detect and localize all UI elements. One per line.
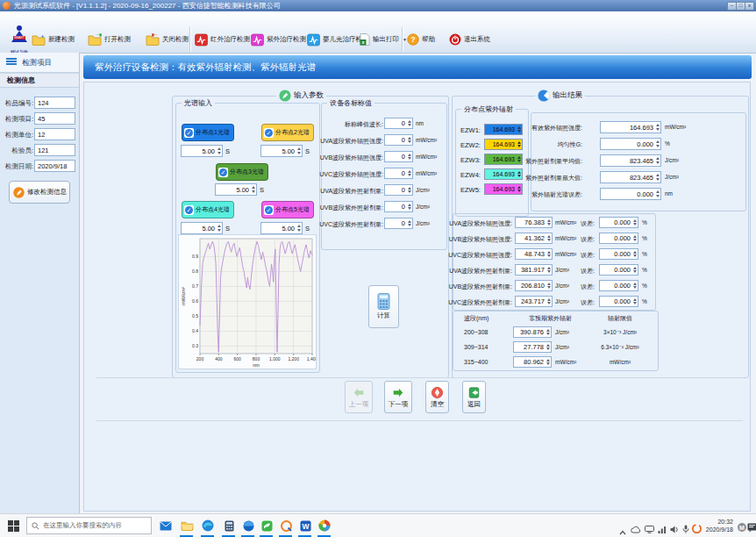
taskbar-mail-icon[interactable]: [159, 519, 173, 533]
spinner-arrows[interactable]: [516, 169, 522, 179]
band1-value-field[interactable]: 390.876: [513, 326, 552, 338]
taskbar-edge-icon[interactable]: [201, 519, 215, 533]
tray-signal-icon[interactable]: [658, 521, 667, 537]
nominal-uvc-dose-input[interactable]: 0: [384, 218, 413, 229]
band3-value-field[interactable]: 80.962: [513, 356, 552, 368]
spinner-arrows[interactable]: [654, 139, 660, 149]
spinner-arrows[interactable]: [631, 233, 638, 243]
tray-ime-icon[interactable]: M: [737, 520, 747, 536]
spinner-arrows[interactable]: [546, 297, 552, 306]
toolbar-button-help[interactable]: ? 帮助: [407, 30, 435, 49]
dist-point-5-button[interactable]: 分布点5光谱: [261, 201, 314, 218]
ezw3-field[interactable]: 164.693: [484, 154, 523, 165]
spinner-arrows[interactable]: [546, 249, 552, 259]
uv-dose-max-field[interactable]: 823.465: [600, 171, 661, 183]
nominal-uva-dose-input[interactable]: 0: [384, 184, 413, 196]
previous-item-button[interactable]: 上一项: [345, 381, 373, 413]
taskbar-app-q-icon[interactable]: [279, 519, 293, 533]
toolbar-button-output-print[interactable]: x 输出打印 ▼: [360, 30, 407, 49]
uvb-dose-result-field[interactable]: 206.810: [515, 280, 553, 291]
spinner-arrows[interactable]: [631, 249, 638, 259]
toolbar-button-open-test[interactable]: 打开检测: [88, 30, 131, 49]
toolbar-button-exit[interactable]: 退出系统: [449, 30, 490, 49]
nominal-uvc-irradiance-input[interactable]: 0: [384, 168, 413, 179]
spinner-arrows[interactable]: [631, 218, 638, 227]
test-item-input[interactable]: 45: [34, 112, 75, 125]
nominal-uvb-dose-input[interactable]: 0: [384, 201, 413, 212]
nominal-peak-wavelength-input[interactable]: 0: [384, 118, 413, 129]
spinner-arrows[interactable]: [631, 281, 638, 290]
band2-value-field[interactable]: 27.778: [513, 341, 552, 353]
spinner-arrows[interactable]: [516, 140, 522, 149]
spinner-arrows[interactable]: [406, 118, 412, 128]
uvb-irradiance-result-field[interactable]: 41.362: [515, 233, 553, 244]
spinner-arrows[interactable]: [250, 184, 256, 195]
tray-speaker-icon[interactable]: [670, 521, 679, 537]
spinner-arrows[interactable]: [296, 223, 302, 233]
test-unit-input[interactable]: 12: [34, 128, 75, 140]
spinner-arrows[interactable]: [546, 233, 552, 243]
uva-irradiance-result-field[interactable]: 76.383: [515, 217, 553, 228]
toolbar-button-new-test[interactable]: + 新建检测: [32, 30, 75, 49]
toolbar-button-close-test[interactable]: 关闭检测: [146, 30, 189, 49]
taskbar-clock[interactable]: 20:32 2020/9/18: [702, 518, 733, 533]
spinner-arrows[interactable]: [406, 202, 412, 211]
sample-number-input[interactable]: 124: [34, 97, 75, 109]
close-button[interactable]: x: [745, 2, 754, 11]
taskbar-app-blue-icon[interactable]: [241, 519, 255, 533]
uva-dose-result-field[interactable]: 381.917: [515, 264, 553, 276]
spinner-arrows[interactable]: [516, 184, 522, 194]
dist-point-3-button[interactable]: 分布点3光谱: [216, 163, 268, 181]
dist-point-5-time-input[interactable]: 5.00: [260, 222, 303, 234]
test-date-input[interactable]: 2020/9/18: [34, 160, 75, 172]
spinner-arrows[interactable]: [406, 135, 412, 145]
spinner-arrows[interactable]: [516, 125, 522, 134]
spinner-arrows[interactable]: [216, 223, 222, 233]
tray-cloud-icon[interactable]: [631, 521, 641, 537]
spinner-arrows[interactable]: [631, 265, 638, 275]
dist-point-4-time-input[interactable]: 5.00: [181, 222, 223, 234]
dist-point-4-button[interactable]: 分布点4光谱: [182, 201, 234, 218]
start-button[interactable]: [8, 520, 19, 532]
spinner-arrows[interactable]: [545, 327, 551, 337]
search-input[interactable]: 在这里输入你要搜索的内容: [26, 517, 152, 534]
spinner-arrows[interactable]: [546, 265, 552, 275]
spinner-arrows[interactable]: [406, 185, 412, 195]
spinner-arrows[interactable]: [516, 154, 522, 164]
dist-point-2-time-input[interactable]: 5.00: [260, 145, 303, 157]
spinner-arrows[interactable]: [654, 189, 660, 199]
tray-device-icon[interactable]: [645, 521, 654, 537]
spinner-arrows[interactable]: [406, 152, 412, 161]
uv-spectrum-error-field[interactable]: 0.000: [600, 188, 661, 200]
spinner-arrows[interactable]: [654, 122, 660, 132]
effective-uv-irradiance-field[interactable]: 164.693: [600, 121, 661, 133]
taskbar-browser-pie-icon[interactable]: [317, 519, 332, 533]
uvc-dose-result-field[interactable]: 243.717: [515, 296, 553, 307]
uvc-dose-error-field[interactable]: 0.000: [599, 296, 638, 307]
taskbar-word-icon[interactable]: W: [298, 519, 312, 533]
tray-notification-icon[interactable]: [747, 520, 756, 536]
spinner-arrows[interactable]: [406, 168, 412, 178]
next-item-button[interactable]: 下一项: [384, 381, 412, 413]
dist-point-1-time-input[interactable]: 5.00: [181, 145, 223, 157]
uvb-dose-error-field[interactable]: 0.000: [599, 280, 638, 291]
dist-point-2-button[interactable]: 分布点2光谱: [261, 124, 314, 141]
tray-expand-icon[interactable]: [619, 523, 626, 537]
spinner-arrows[interactable]: [654, 172, 660, 183]
uniformity-field[interactable]: 0.000: [600, 138, 661, 150]
uvc-irradiance-error-field[interactable]: 0.000: [599, 248, 638, 260]
uva-irradiance-error-field[interactable]: 0.000: [599, 217, 638, 228]
uvb-irradiance-error-field[interactable]: 0.000: [599, 233, 638, 244]
spinner-arrows[interactable]: [546, 218, 552, 227]
dist-point-1-button[interactable]: 分布点1光谱: [182, 124, 234, 141]
toolbar-button-uv-test[interactable]: 紫外治疗检测: [251, 30, 306, 49]
return-button[interactable]: 返回: [462, 381, 486, 413]
calculate-button[interactable]: 计算: [368, 285, 399, 328]
spinner-arrows[interactable]: [545, 342, 551, 352]
taskbar-explorer-icon[interactable]: [180, 519, 194, 533]
spinner-arrows[interactable]: [406, 218, 412, 228]
nominal-uvb-irradiance-input[interactable]: 0: [384, 151, 413, 162]
inspector-input[interactable]: 121: [34, 144, 75, 156]
spinner-arrows[interactable]: [654, 155, 660, 166]
spinner-arrows[interactable]: [546, 281, 552, 290]
